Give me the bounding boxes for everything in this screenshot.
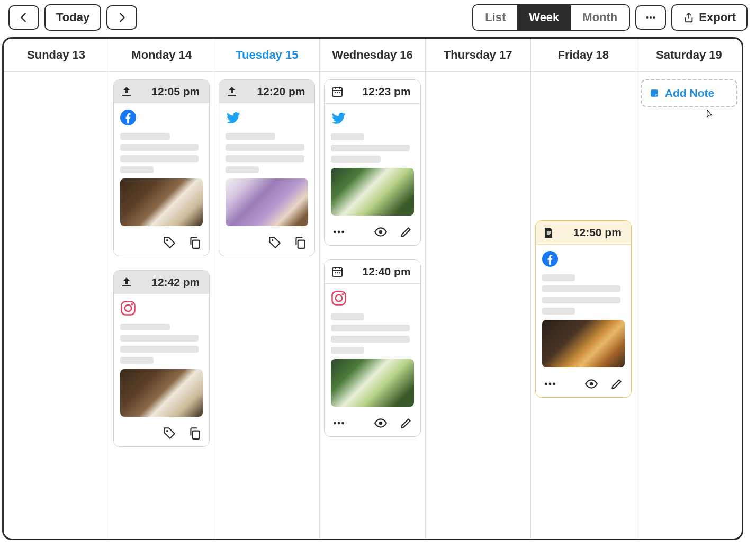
post-thumbnail [120,369,203,417]
view-toggle: List Week Month [472,4,630,31]
post-time: 12:20 pm [245,85,308,98]
day-column-thursday: Thursday 17 [426,39,531,539]
eye-icon[interactable] [374,225,388,239]
card-header: 12:20 pm [219,80,314,103]
next-week-button[interactable] [106,5,137,30]
eye-icon[interactable] [584,377,598,391]
facebook-icon [120,110,136,125]
post-time: 12:05 pm [139,85,203,98]
day-column-saturday: Saturday 19 Add Note [636,39,742,539]
export-button[interactable]: Export [671,4,748,31]
day-column-tuesday: Tuesday 15 12:20 pm [214,39,320,539]
post-text-placeholder [331,133,413,163]
post-text-placeholder [226,133,308,173]
copy-icon[interactable] [293,236,307,249]
day-column-monday: Monday 14 12:05 pm [109,39,214,539]
upload-icon [226,85,238,98]
day-header: Friday 18 [531,39,636,72]
eye-icon[interactable] [374,416,388,430]
cursor-pointer-icon [704,109,714,120]
document-icon [542,226,555,239]
post-text-placeholder [331,313,413,354]
calendar-icon [331,85,344,98]
post-time: 12:50 pm [561,226,625,239]
post-thumbnail [331,359,413,407]
edit-icon[interactable] [610,377,624,391]
more-icon[interactable] [332,225,346,239]
card-header: 12:23 pm [325,80,420,104]
post-card[interactable]: 12:23 pm [324,79,420,246]
more-options-button[interactable] [635,5,666,30]
upload-icon [120,276,133,289]
day-header: Wednesday 16 [320,39,425,72]
day-header: Sunday 13 [4,39,109,72]
view-month-tab[interactable]: Month [571,5,629,30]
tag-icon[interactable] [163,236,176,249]
toolbar: Today List Week Month Export [2,2,754,37]
add-note-label: Add Note [665,87,714,100]
copy-icon[interactable] [188,236,202,249]
post-time: 12:23 pm [350,85,413,98]
post-text-placeholder [542,274,625,315]
day-header: Thursday 17 [426,39,530,72]
copy-icon[interactable] [188,426,202,440]
post-thumbnail [542,320,625,367]
today-button[interactable]: Today [44,4,101,31]
add-note-button[interactable]: Add Note [641,79,737,107]
tag-icon[interactable] [163,426,176,440]
view-week-tab[interactable]: Week [517,5,571,30]
more-icon[interactable] [332,416,346,430]
post-card[interactable]: 12:42 pm [113,270,210,447]
facebook-icon [542,251,558,267]
export-label: Export [699,11,736,24]
day-column-sunday: Sunday 13 [4,39,109,539]
post-time: 12:40 pm [350,265,413,278]
edit-icon[interactable] [399,416,413,430]
export-icon [683,12,695,23]
day-column-friday: Friday 18 12:50 pm [531,39,636,539]
prev-week-button[interactable] [8,5,39,30]
calendar-icon [331,265,344,278]
instagram-icon [120,300,136,316]
post-time: 12:42 pm [139,276,203,289]
tag-icon[interactable] [268,236,282,249]
instagram-icon [331,290,347,306]
post-card[interactable]: 12:20 pm [219,79,315,256]
day-header: Saturday 19 [636,39,742,72]
card-header: 12:05 pm [114,80,209,103]
post-text-placeholder [120,133,203,173]
post-text-placeholder [120,324,203,364]
post-card[interactable]: 12:50 pm [535,220,632,398]
more-icon [645,12,656,23]
twitter-icon [331,110,347,126]
day-header: Tuesday 15 [214,39,319,72]
post-card[interactable]: 12:40 pm [324,259,420,437]
day-column-wednesday: Wednesday 16 12:23 pm [320,39,425,539]
post-thumbnail [226,178,308,226]
note-icon [649,88,660,98]
card-header: 12:50 pm [536,221,631,245]
post-thumbnail [331,168,413,216]
more-icon[interactable] [543,377,557,391]
upload-icon [120,85,133,98]
card-header: 12:42 pm [114,271,209,294]
card-header: 12:40 pm [325,260,420,284]
twitter-icon [226,110,241,125]
week-calendar: Sunday 13 Monday 14 12:05 pm [2,37,743,540]
post-card[interactable]: 12:05 pm [113,79,210,256]
edit-icon[interactable] [399,225,413,239]
day-header: Monday 14 [109,39,214,72]
view-list-tab[interactable]: List [473,5,517,30]
post-thumbnail [120,178,203,226]
